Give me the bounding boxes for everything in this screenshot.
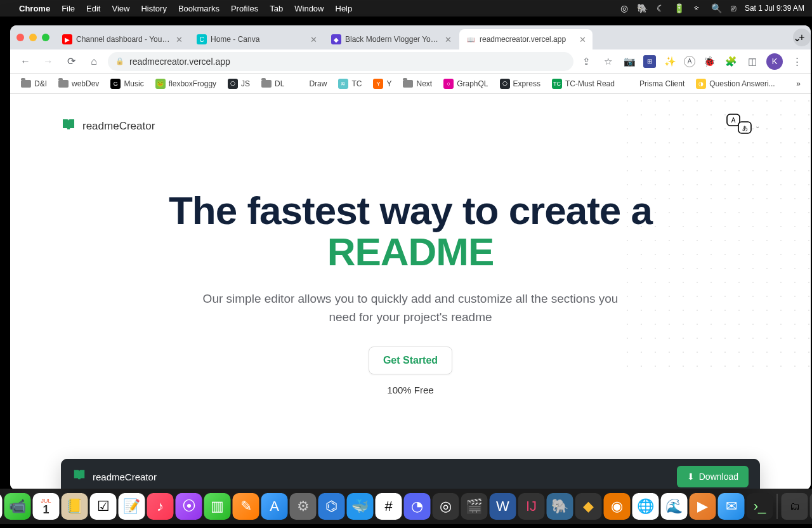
dock-blender[interactable]: ◉ — [604, 493, 631, 520]
dock-obs[interactable]: ◎ — [433, 493, 459, 520]
dock-word[interactable]: W — [490, 493, 516, 520]
menu-help[interactable]: Help — [336, 4, 353, 13]
menu-edit[interactable]: Edit — [86, 4, 100, 13]
dock-docker[interactable]: 🐳 — [347, 493, 374, 520]
bookmark-item[interactable]: 🐸flexboxFroggy — [151, 77, 221, 91]
dock-folder-1[interactable]: 🗂 — [782, 493, 808, 520]
extensions-puzzle-icon[interactable]: 🧩 — [723, 54, 738, 69]
dock-chrome[interactable]: 🌐 — [632, 493, 659, 520]
tab-close-icon[interactable]: ✕ — [176, 35, 183, 44]
browser-tab[interactable]: C Home - Canva ✕ — [190, 29, 324, 50]
battery-icon[interactable]: 🔋 — [674, 3, 684, 13]
reload-button[interactable]: ⟳ — [62, 53, 80, 70]
dock-idea[interactable]: IJ — [518, 493, 545, 520]
record-icon[interactable]: ◎ — [620, 3, 628, 13]
bookmark-item[interactable]: Next — [398, 77, 436, 90]
bookmark-star-icon[interactable]: ☆ — [600, 54, 615, 69]
dock-facetime[interactable]: 📹 — [4, 493, 31, 520]
camera-icon[interactable]: 📷 — [622, 54, 637, 69]
share-icon[interactable]: ⇪ — [579, 54, 594, 69]
dock-numbers[interactable]: ▥ — [204, 493, 231, 520]
dock-mail[interactable]: ✉ — [718, 493, 745, 520]
tab-close-icon[interactable]: ✕ — [579, 35, 586, 44]
menu-view[interactable]: View — [112, 4, 129, 13]
dock-postgres[interactable]: 🐘 — [547, 493, 573, 520]
menu-profiles[interactable]: Profiles — [231, 4, 258, 13]
window-maximize-button[interactable] — [42, 34, 49, 41]
bookmarks-overflow-button[interactable]: » — [792, 77, 804, 90]
dock-terminal[interactable]: ›_ — [747, 493, 773, 520]
dnd-icon[interactable]: ☾ — [657, 3, 665, 13]
evernote-icon[interactable]: 🐘 — [637, 3, 648, 13]
dock-music[interactable]: ♪ — [147, 493, 174, 520]
dock-contacts[interactable]: 📒 — [62, 493, 88, 520]
dock-app-orange[interactable]: ▶ — [690, 493, 716, 520]
dock-edge[interactable]: 🌊 — [661, 493, 688, 520]
bookmark-item[interactable]: ≋TC — [334, 77, 366, 91]
menu-bookmarks[interactable]: Bookmarks — [178, 4, 219, 13]
bookmark-item[interactable]: YY — [369, 77, 396, 91]
bookmark-item[interactable]: webDev — [54, 77, 103, 90]
window-minimize-button[interactable] — [29, 34, 37, 41]
extension-icon-3[interactable]: A — [684, 56, 695, 67]
home-button[interactable]: ⌂ — [85, 53, 103, 70]
get-started-button[interactable]: Get Started — [369, 346, 452, 374]
browser-tab[interactable]: 📖 readmecreator.vercel.app ✕ — [459, 29, 593, 50]
dock-pages[interactable]: ✎ — [233, 493, 259, 520]
dock-calendar[interactable]: JUL1 — [33, 493, 60, 520]
forward-button[interactable]: → — [39, 53, 57, 70]
window-close-button[interactable] — [16, 34, 24, 41]
extension-icon-1[interactable]: ⊞ — [643, 55, 656, 68]
back-button[interactable]: ← — [16, 53, 34, 70]
tab-favicon-icon: ▶ — [62, 34, 72, 44]
sidepanel-icon[interactable]: ◫ — [745, 54, 760, 69]
chrome-menu-icon[interactable]: ⋮ — [789, 54, 804, 69]
hero-title: The fastest way to create a README — [131, 190, 690, 272]
tab-close-icon[interactable]: ✕ — [310, 35, 317, 44]
language-switch-button[interactable]: A あ ⌄ — [726, 113, 760, 139]
tab-title: Channel dashboard - YouTube — [76, 35, 172, 44]
dock-sketch[interactable]: ◆ — [575, 493, 602, 520]
bookmark-item[interactable]: D&I — [16, 77, 51, 90]
menu-file[interactable]: File — [62, 4, 75, 13]
dock-podcasts[interactable]: ⦿ — [176, 493, 202, 520]
tab-overflow-button[interactable]: ⌄ — [789, 30, 804, 45]
profile-avatar[interactable]: K — [766, 53, 783, 70]
bookmark-item[interactable]: ✎Draw — [291, 77, 331, 91]
control-center-icon[interactable]: ⎚ — [731, 3, 736, 13]
tab-close-icon[interactable]: ✕ — [445, 35, 452, 44]
dock-settings[interactable]: ⚙ — [290, 493, 317, 520]
extension-icon-2[interactable]: ✨ — [662, 54, 678, 69]
bookmark-item[interactable]: ◑Question Answeri... — [691, 77, 779, 91]
bookmark-item[interactable]: ⎔JS — [223, 77, 254, 91]
dock-notes[interactable]: 📝 — [119, 493, 145, 520]
menubar-app-name[interactable]: Chrome — [19, 4, 50, 13]
extension-icon-4[interactable]: 🐞 — [702, 54, 717, 69]
menubar-clock[interactable]: Sat 1 Jul 9:39 AM — [745, 4, 804, 13]
menu-tab[interactable]: Tab — [270, 4, 283, 13]
dock-folder-2[interactable]: 🗂 — [810, 493, 813, 520]
bookmark-item[interactable]: △Prisma Client — [622, 77, 689, 91]
tab-title: Home - Canva — [211, 35, 306, 44]
bookmark-item[interactable]: GMusic — [106, 77, 148, 91]
url-input[interactable]: 🔒 readmecreator.vercel.app — [108, 52, 573, 71]
dock-photos[interactable]: 🌸 — [0, 493, 3, 520]
spotlight-icon[interactable]: 🔍 — [711, 3, 722, 13]
dock-reminders[interactable]: ☑ — [90, 493, 117, 520]
download-button[interactable]: ⬇ Download — [677, 466, 749, 487]
browser-tab[interactable]: ◆ Black Modern Vlogger YouTube ✕ — [325, 29, 458, 50]
dock-davinci[interactable]: 🎬 — [461, 493, 488, 520]
bookmark-item[interactable]: ⎔Express — [495, 77, 545, 91]
dock-slack[interactable]: # — [376, 493, 402, 520]
menu-history[interactable]: History — [141, 4, 166, 13]
dock-vscode[interactable]: ⌬ — [318, 493, 345, 520]
dock-discord[interactable]: ◔ — [404, 493, 431, 520]
bookmark-item[interactable]: TCTC-Must Read — [547, 77, 619, 91]
bookmark-item[interactable]: DL — [257, 77, 289, 90]
dock-appstore[interactable]: A — [261, 493, 288, 520]
wifi-icon[interactable]: ᯤ — [693, 3, 702, 13]
menu-window[interactable]: Window — [294, 4, 324, 13]
bookmark-item[interactable]: ○GraphQL — [439, 77, 492, 91]
browser-tab[interactable]: ▶ Channel dashboard - YouTube ✕ — [56, 29, 189, 50]
site-logo[interactable]: readmeCreator — [61, 117, 155, 136]
